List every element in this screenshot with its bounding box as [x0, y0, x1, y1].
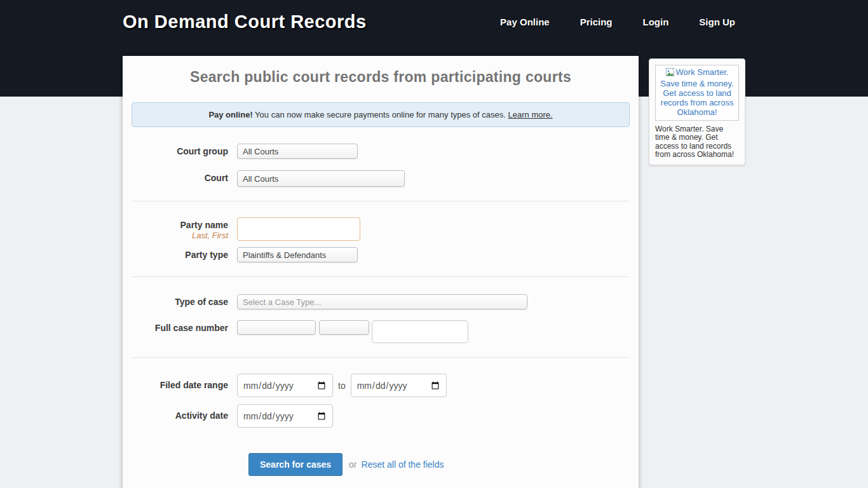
- activity-date-label: Activity date: [123, 404, 237, 428]
- or-text: or: [349, 459, 356, 470]
- search-panel: Search public court records from partici…: [123, 56, 639, 488]
- ad-card: Work Smarter. Save time & money. Get acc…: [649, 58, 745, 165]
- ad-broken-image-box[interactable]: Work Smarter. Save time & money. Get acc…: [655, 65, 739, 121]
- court-select[interactable]: All Courts: [237, 170, 405, 187]
- activity-date-input[interactable]: [237, 404, 333, 428]
- nav-login[interactable]: Login: [643, 17, 669, 27]
- page-title: Search public court records from partici…: [123, 56, 639, 96]
- ad-caption: Work Smarter. Save time & money. Get acc…: [655, 125, 739, 159]
- learn-more-link[interactable]: Learn more.: [508, 110, 553, 119]
- sidebar: Work Smarter. Save time & money. Get acc…: [649, 58, 745, 165]
- reset-fields-link[interactable]: Reset all of the fields: [362, 459, 444, 470]
- ad-link[interactable]: Work Smarter. Save time & money. Get acc…: [660, 67, 733, 117]
- nav-pricing[interactable]: Pricing: [580, 17, 613, 27]
- broken-image-icon: [666, 68, 675, 79]
- section-divider: [132, 357, 630, 358]
- case-number-segment-1[interactable]: [237, 320, 316, 335]
- court-label: Court: [123, 170, 237, 187]
- main-nav: Pay Online Pricing Login Sign Up: [470, 17, 745, 27]
- case-number-segment-3[interactable]: [372, 320, 468, 343]
- filed-date-from-input[interactable]: [237, 374, 333, 397]
- nav-pay-online[interactable]: Pay Online: [500, 17, 550, 27]
- party-type-label: Party type: [123, 247, 237, 262]
- court-group-label: Court group: [123, 144, 237, 159]
- filed-date-to-input[interactable]: [351, 374, 447, 397]
- case-type-select[interactable]: Select a Case Type...: [237, 294, 527, 309]
- party-name-input[interactable]: [237, 217, 360, 241]
- section-divider: [132, 201, 630, 202]
- case-number-segment-2[interactable]: [319, 320, 369, 335]
- party-type-select[interactable]: Plaintiffs & Defendants: [237, 247, 358, 262]
- party-name-label: Party name Last, First: [123, 217, 237, 241]
- filed-date-range-label: Filed date range: [123, 374, 237, 397]
- case-type-label: Type of case: [123, 294, 237, 309]
- search-for-cases-button[interactable]: Search for cases: [248, 453, 342, 476]
- date-range-separator: to: [338, 381, 346, 391]
- party-name-hint: Last, First: [123, 231, 228, 240]
- case-number-label: Full case number: [123, 320, 237, 343]
- site-title: On Demand Court Records: [123, 11, 367, 32]
- court-group-select[interactable]: All Courts: [237, 144, 358, 159]
- section-divider: [132, 276, 630, 278]
- banner-bold-text: Pay online!: [208, 110, 252, 119]
- pay-online-banner: Pay online! You can now make secure paym…: [132, 102, 630, 127]
- banner-text: You can now make secure payments online …: [253, 110, 508, 119]
- nav-sign-up[interactable]: Sign Up: [699, 17, 735, 27]
